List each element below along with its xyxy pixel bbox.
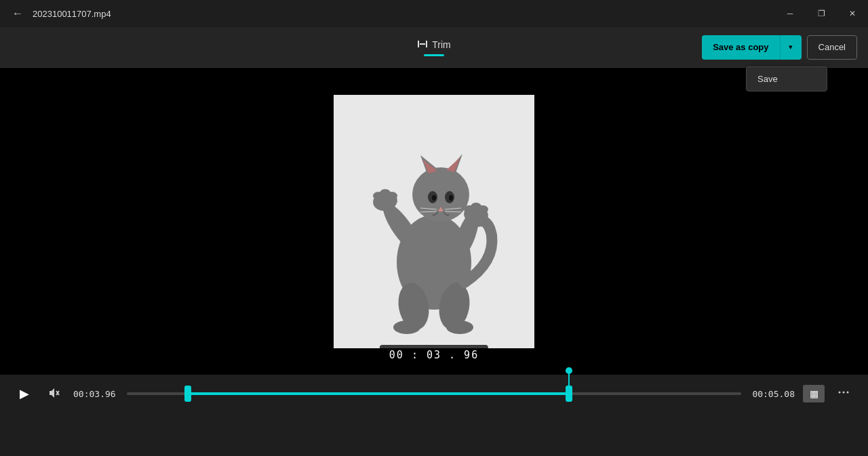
mute-button[interactable] [43, 383, 65, 405]
close-icon: ✕ [849, 9, 856, 18]
svg-rect-0 [418, 41, 419, 47]
svg-point-13 [449, 195, 453, 201]
restore-button[interactable]: ❐ [806, 0, 837, 27]
svg-point-35 [839, 392, 841, 394]
filename: 202310011707.mp4 [33, 9, 111, 19]
timestamp-display: 00 : 03 . 96 [380, 345, 488, 365]
controls-bar: ▶ 00:03.96 [0, 375, 868, 456]
save-dropdown-button[interactable]: ▾ [780, 35, 802, 60]
back-button[interactable]: ← [8, 4, 27, 23]
time-current: 00:03.96 [73, 389, 116, 399]
more-icon [837, 386, 850, 401]
trim-handle-left[interactable] [184, 386, 191, 402]
save-menu-item[interactable]: Save [747, 67, 827, 91]
playback-controls: ▶ 00:03.96 [11, 380, 857, 407]
save-as-copy-button[interactable]: Save as copy [702, 35, 779, 60]
svg-point-23 [387, 192, 397, 200]
trim-handle-right[interactable] [566, 386, 572, 402]
svg-point-36 [843, 392, 845, 394]
more-options-button[interactable] [833, 383, 854, 405]
cat-illustration [359, 106, 509, 337]
window-controls: ─ ❐ ✕ [774, 0, 868, 27]
svg-point-32 [446, 320, 473, 334]
toolbar-actions: Save as copy ▾ Cancel [702, 35, 857, 60]
timeline[interactable] [127, 380, 742, 407]
timeline-track [127, 392, 742, 395]
restore-icon: ❐ [818, 9, 825, 18]
svg-point-5 [412, 167, 469, 222]
video-frame [334, 95, 534, 348]
trim-underline [424, 54, 444, 56]
titlebar: ← 202310011707.mp4 ─ ❐ ✕ [0, 0, 868, 27]
trim-label: Trim [432, 39, 450, 50]
svg-point-28 [477, 205, 488, 213]
minimize-button[interactable]: ─ [774, 0, 806, 27]
dropdown-chevron-icon: ▾ [789, 43, 793, 51]
svg-point-31 [393, 320, 420, 334]
close-button[interactable]: ✕ [837, 0, 868, 27]
cancel-button[interactable]: Cancel [807, 35, 857, 60]
svg-rect-2 [420, 43, 425, 45]
trim-icon [417, 39, 428, 51]
time-end: 00:05.08 [752, 389, 795, 399]
video-area: 00 : 03 . 96 [0, 68, 868, 375]
toolbar: Trim Save as copy ▾ Cancel Save [0, 27, 868, 68]
svg-point-37 [847, 392, 849, 394]
back-icon: ← [12, 7, 23, 20]
svg-rect-1 [426, 41, 427, 47]
svg-point-12 [432, 195, 436, 201]
play-button[interactable]: ▶ [14, 383, 35, 405]
save-dropdown-menu: Save [746, 66, 827, 91]
thumbnail-strip-button[interactable]: ▦ [803, 385, 825, 402]
trim-icon-label: Trim [417, 39, 450, 51]
timeline-range [188, 392, 569, 395]
play-icon: ▶ [20, 386, 29, 401]
minimize-icon: ─ [787, 9, 793, 18]
thumbnail-strip-icon: ▦ [810, 388, 818, 399]
trim-tool-label: Trim [417, 39, 450, 56]
mute-icon [48, 387, 60, 401]
